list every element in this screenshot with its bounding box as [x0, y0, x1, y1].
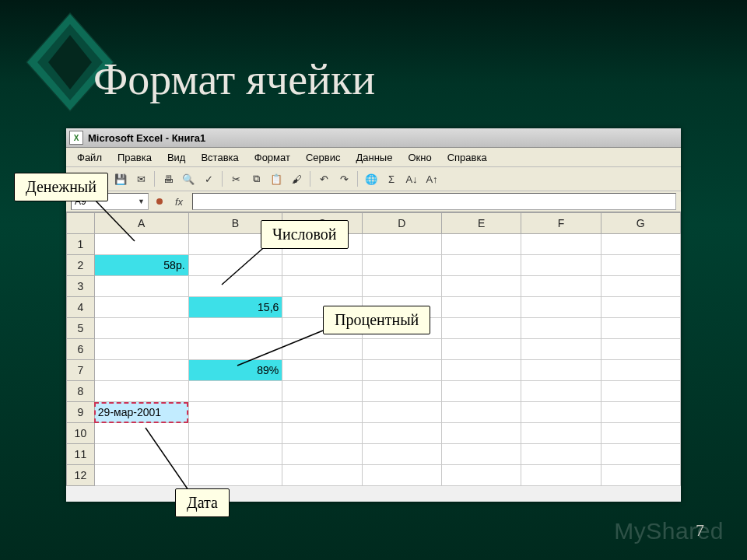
- autosum-icon[interactable]: Σ: [382, 170, 401, 188]
- window-titlebar: X Microsoft Excel - Книга1: [66, 128, 681, 148]
- menu-format[interactable]: Формат: [248, 150, 296, 165]
- paste-icon[interactable]: 📋: [267, 170, 286, 188]
- menu-insert[interactable]: Вставка: [195, 150, 244, 165]
- formula-bar[interactable]: [192, 193, 676, 210]
- cell-A9[interactable]: 29-мар-2001: [94, 402, 188, 423]
- row-header[interactable]: 4: [67, 297, 95, 318]
- callout-number: Числовой: [261, 220, 349, 249]
- menu-edit[interactable]: Правка: [111, 150, 158, 165]
- svg-line-3: [93, 198, 135, 241]
- menu-service[interactable]: Сервис: [300, 150, 347, 165]
- undo-icon[interactable]: ↶: [314, 170, 333, 188]
- record-macro-icon[interactable]: [156, 198, 163, 205]
- row-header[interactable]: 2: [67, 255, 95, 276]
- menu-file[interactable]: Файл: [71, 150, 108, 165]
- copy-icon[interactable]: ⧉: [247, 170, 265, 188]
- hyperlink-icon[interactable]: 🌐: [362, 170, 381, 188]
- row-header[interactable]: 6: [67, 339, 95, 360]
- menu-window[interactable]: Окно: [402, 150, 437, 165]
- formula-bar-row: A9 ▼ fx: [66, 191, 681, 212]
- preview-icon[interactable]: 🔍: [179, 170, 198, 188]
- cell-B4[interactable]: 15,6: [188, 297, 282, 318]
- svg-line-6: [146, 428, 188, 490]
- toolbar-separator: [310, 171, 310, 187]
- col-header-G[interactable]: G: [601, 213, 680, 234]
- format-painter-icon[interactable]: 🖌: [287, 170, 306, 188]
- menu-help[interactable]: Справка: [441, 150, 493, 165]
- row-header[interactable]: 7: [67, 360, 95, 381]
- toolbar-separator: [357, 171, 358, 187]
- watermark: MyShared: [614, 518, 724, 544]
- row-header[interactable]: 10: [67, 423, 95, 444]
- row-header[interactable]: 11: [67, 444, 95, 465]
- slide-title: Формат ячейки: [93, 54, 375, 104]
- callout-date: Дата: [175, 488, 230, 517]
- toolbar-separator: [222, 171, 223, 187]
- menu-view[interactable]: Вид: [161, 150, 192, 165]
- window-title: Microsoft Excel - Книга1: [88, 132, 205, 144]
- sort-desc-icon[interactable]: A↑: [423, 170, 441, 188]
- row-header[interactable]: 5: [67, 318, 95, 339]
- redo-icon[interactable]: ↷: [335, 170, 353, 188]
- mail-icon[interactable]: ✉: [132, 170, 150, 188]
- spellcheck-icon[interactable]: ✓: [199, 170, 218, 188]
- cut-icon[interactable]: ✂: [226, 170, 245, 188]
- callout-pointer-icon: [88, 194, 142, 249]
- print-icon[interactable]: 🖶: [159, 170, 177, 188]
- sort-asc-icon[interactable]: A↓: [402, 170, 421, 188]
- callout-percent: Процентный: [323, 306, 430, 334]
- col-header-E[interactable]: E: [441, 213, 521, 234]
- svg-line-5: [237, 331, 323, 366]
- callout-pointer-icon: [142, 424, 204, 494]
- menu-bar: Файл Правка Вид Вставка Формат Сервис Да…: [66, 148, 681, 167]
- row-header[interactable]: 3: [67, 276, 95, 297]
- col-header-D[interactable]: D: [362, 213, 441, 234]
- excel-app-icon: X: [69, 131, 83, 145]
- fx-icon[interactable]: fx: [175, 196, 183, 208]
- svg-line-4: [222, 243, 268, 285]
- callout-pointer-icon: [233, 327, 327, 373]
- save-icon[interactable]: 💾: [111, 170, 130, 188]
- row-header[interactable]: 9: [67, 402, 95, 423]
- cell-A2[interactable]: 58р.: [94, 255, 188, 276]
- row-header[interactable]: 8: [67, 381, 95, 402]
- menu-data[interactable]: Данные: [349, 150, 398, 165]
- callout-money: Денежный: [14, 173, 108, 201]
- toolbar: ▫ 📂 💾 ✉ 🖶 🔍 ✓ ✂ ⧉ 📋 🖌 ↶ ↷ 🌐 Σ A↓ A↑: [66, 167, 681, 191]
- row-header[interactable]: 12: [67, 465, 95, 486]
- toolbar-separator: [154, 171, 155, 187]
- col-header-F[interactable]: F: [521, 213, 601, 234]
